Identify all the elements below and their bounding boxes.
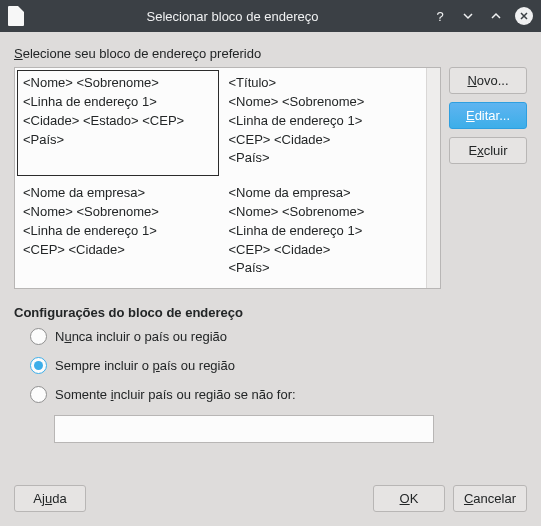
cancel-button[interactable]: Cancelar: [453, 485, 527, 512]
help-button[interactable]: Ajuda: [14, 485, 86, 512]
maximize-icon[interactable]: [487, 7, 505, 25]
window-title: Selecionar bloco de endereço: [34, 9, 431, 24]
address-block-list[interactable]: <Nome> <Sobrenome> <Linha de endereço 1>…: [14, 67, 441, 289]
block-list-wrap: <Nome> <Sobrenome> <Linha de endereço 1>…: [14, 67, 441, 289]
radio-never[interactable]: Nunca incluir o país ou região: [30, 328, 527, 345]
country-input[interactable]: [54, 415, 434, 443]
address-block-option[interactable]: <Nome> <Sobrenome> <Linha de endereço 1>…: [15, 68, 221, 178]
dialog-footer: Ajuda OK Cancelar: [14, 485, 527, 512]
new-button[interactable]: Novo...: [449, 67, 527, 94]
radio-label: Sempre incluir o país ou região: [55, 358, 235, 373]
radio-icon[interactable]: [30, 357, 47, 374]
radio-label: Nunca incluir o país ou região: [55, 329, 227, 344]
minimize-icon[interactable]: [459, 7, 477, 25]
ok-button[interactable]: OK: [373, 485, 445, 512]
radio-always[interactable]: Sempre incluir o país ou região: [30, 357, 527, 374]
window-controls: ?: [431, 7, 533, 25]
help-icon[interactable]: ?: [431, 7, 449, 25]
scrollbar[interactable]: [426, 68, 440, 288]
block-area: <Nome> <Sobrenome> <Linha de endereço 1>…: [14, 67, 527, 289]
radio-label: Somente incluir país ou região se não fo…: [55, 387, 296, 402]
titlebar: Selecionar bloco de endereço ?: [0, 0, 541, 32]
radio-icon[interactable]: [30, 328, 47, 345]
close-icon[interactable]: [515, 7, 533, 25]
settings-header: Configurações do bloco de endereço: [14, 305, 527, 320]
dialog-content: Selecione seu bloco de endereço preferid…: [0, 32, 541, 457]
select-block-label: Selecione seu bloco de endereço preferid…: [14, 46, 527, 61]
address-block-option[interactable]: <Título> <Nome> <Sobrenome> <Linha de en…: [221, 68, 427, 178]
address-block-option[interactable]: <Nome da empresa> <Nome> <Sobrenome> <Li…: [221, 178, 427, 288]
edit-button[interactable]: Editar...: [449, 102, 527, 129]
radio-only-if[interactable]: Somente incluir país ou região se não fo…: [30, 386, 527, 403]
address-block-option[interactable]: <Nome da empresa> <Nome> <Sobrenome> <Li…: [15, 178, 221, 288]
side-buttons: Novo... Editar... Excluir: [449, 67, 527, 289]
delete-button[interactable]: Excluir: [449, 137, 527, 164]
radio-icon[interactable]: [30, 386, 47, 403]
document-icon: [8, 6, 24, 26]
